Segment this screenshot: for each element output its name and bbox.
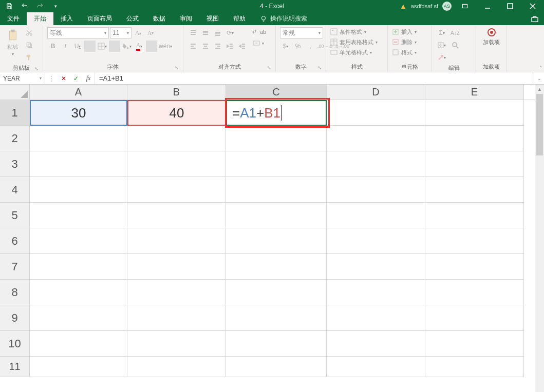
- cell-b3[interactable]: [127, 151, 226, 177]
- cell-d1[interactable]: [327, 100, 425, 126]
- number-format-combo[interactable]: 常规▾: [280, 27, 323, 38]
- cell-c5[interactable]: [226, 203, 327, 228]
- align-left-icon[interactable]: [187, 41, 199, 52]
- delete-cells-button[interactable]: 删除▾: [392, 37, 417, 47]
- number-dialog-launcher-icon[interactable]: ⤡: [317, 65, 322, 70]
- namebox-split-icon[interactable]: ⋮: [45, 75, 58, 82]
- format-as-table-button[interactable]: 套用表格格式▾: [330, 37, 378, 47]
- row-header-3[interactable]: 3: [0, 151, 30, 177]
- cell-d10[interactable]: [327, 331, 425, 357]
- align-top-icon[interactable]: [187, 27, 199, 38]
- cell-a2[interactable]: [30, 126, 127, 151]
- cut-icon[interactable]: [24, 27, 35, 38]
- accounting-format-icon[interactable]: $▾: [280, 41, 291, 52]
- increase-indent-icon[interactable]: [237, 41, 248, 52]
- percent-format-icon[interactable]: %: [292, 41, 304, 52]
- cell-c8[interactable]: [226, 280, 327, 305]
- cell-e10[interactable]: [425, 331, 524, 357]
- cell-e5[interactable]: [425, 203, 524, 228]
- paste-button[interactable]: 粘贴 ▾: [4, 27, 22, 58]
- maximize-icon[interactable]: [501, 0, 519, 12]
- cell-c9[interactable]: [226, 305, 327, 331]
- col-header-a[interactable]: A: [30, 85, 127, 100]
- cell-c2[interactable]: [226, 126, 327, 151]
- cell-a10[interactable]: [30, 331, 127, 357]
- cell-d6[interactable]: [327, 228, 425, 254]
- bold-button[interactable]: B: [47, 41, 59, 52]
- cell-d2[interactable]: [327, 126, 425, 151]
- collapse-ribbon-icon[interactable]: ˄: [539, 65, 542, 71]
- col-header-c[interactable]: C: [226, 85, 327, 100]
- insert-cells-button[interactable]: 插入▾: [392, 27, 417, 36]
- save-icon[interactable]: [3, 1, 15, 11]
- col-header-e[interactable]: E: [425, 85, 524, 100]
- fill-icon[interactable]: ▾: [436, 40, 447, 51]
- cell-a5[interactable]: [30, 203, 127, 228]
- font-dialog-launcher-icon[interactable]: ⤡: [175, 65, 179, 70]
- cell-e9[interactable]: [425, 305, 524, 331]
- expand-formula-bar-icon[interactable]: ⌄: [534, 72, 544, 84]
- cell-e4[interactable]: [425, 177, 524, 203]
- cell-a4[interactable]: [30, 177, 127, 203]
- cell-a11[interactable]: [30, 357, 127, 377]
- user-avatar[interactable]: AS: [442, 2, 452, 11]
- cell-c10[interactable]: [226, 331, 327, 357]
- clipboard-dialog-launcher-icon[interactable]: ⤡: [34, 66, 39, 71]
- cell-d11[interactable]: [327, 357, 425, 377]
- warning-icon[interactable]: ▲: [400, 2, 407, 10]
- align-right-icon[interactable]: [212, 41, 223, 52]
- cell-b5[interactable]: [127, 203, 226, 228]
- cell-e3[interactable]: [425, 151, 524, 177]
- formula-input[interactable]: =A1+B1: [95, 72, 534, 84]
- tab-formulas[interactable]: 公式: [119, 12, 146, 25]
- cell-b1[interactable]: 40: [127, 100, 226, 126]
- cell-c1[interactable]: =A1+B1: [226, 100, 327, 126]
- cell-b7[interactable]: [127, 254, 226, 280]
- cell-e8[interactable]: [425, 280, 524, 305]
- addins-icon[interactable]: [486, 27, 497, 37]
- conditional-formatting-button[interactable]: 条件格式▾: [330, 27, 366, 36]
- row-header-5[interactable]: 5: [0, 203, 30, 228]
- col-header-d[interactable]: D: [327, 85, 425, 100]
- name-box-dropdown-icon[interactable]: ▾: [40, 76, 42, 81]
- cell-b11[interactable]: [127, 357, 226, 377]
- cell-c11[interactable]: [226, 357, 327, 377]
- tab-insert[interactable]: 插入: [53, 12, 80, 25]
- tell-me-search[interactable]: 操作说明搜索: [253, 12, 314, 25]
- cell-e1[interactable]: [425, 100, 524, 126]
- enter-formula-icon[interactable]: ✓: [70, 75, 82, 82]
- cell-d7[interactable]: [327, 254, 425, 280]
- cell-a9[interactable]: [30, 305, 127, 331]
- comma-format-icon[interactable]: ,: [305, 41, 316, 52]
- redo-icon[interactable]: [34, 1, 46, 11]
- merge-center-button[interactable]: ▾: [250, 38, 267, 48]
- tab-review[interactable]: 审阅: [173, 12, 199, 25]
- row-header-10[interactable]: 10: [0, 331, 30, 357]
- cancel-formula-icon[interactable]: ✕: [58, 75, 70, 82]
- align-middle-icon[interactable]: [200, 27, 211, 38]
- cell-a6[interactable]: [30, 228, 127, 254]
- decrease-indent-icon[interactable]: [224, 41, 236, 52]
- underline-button[interactable]: U ▾: [72, 41, 83, 52]
- fill-color-icon[interactable]: ▾: [121, 41, 133, 52]
- font-name-combo[interactable]: 等线▾: [47, 27, 109, 38]
- undo-icon[interactable]: [18, 1, 31, 11]
- row-header-11[interactable]: 11: [0, 357, 30, 377]
- increase-font-icon[interactable]: A▴: [133, 27, 144, 38]
- cell-d8[interactable]: [327, 280, 425, 305]
- format-painter-icon[interactable]: [24, 52, 35, 63]
- orientation-icon[interactable]: ⟳▾: [224, 27, 236, 38]
- row-header-1[interactable]: 1: [0, 100, 30, 126]
- cell-c6[interactable]: [226, 228, 327, 254]
- cell-e7[interactable]: [425, 254, 524, 280]
- decrease-font-icon[interactable]: A▾: [145, 27, 156, 38]
- select-all-corner[interactable]: [0, 85, 30, 100]
- row-header-4[interactable]: 4: [0, 177, 30, 203]
- cell-c7[interactable]: [226, 254, 327, 280]
- scroll-thumb[interactable]: [536, 94, 543, 155]
- cell-styles-button[interactable]: 单元格样式▾: [330, 48, 372, 57]
- minimize-icon[interactable]: [478, 0, 497, 12]
- cell-a8[interactable]: [30, 280, 127, 305]
- scroll-up-icon[interactable]: ▲: [535, 85, 544, 94]
- cell-c4[interactable]: [226, 177, 327, 203]
